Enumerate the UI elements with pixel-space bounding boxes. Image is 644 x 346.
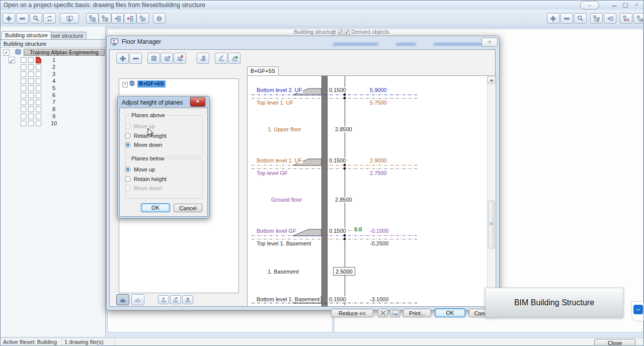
slab-thickness[interactable]: 0.1500 <box>328 87 347 93</box>
row-checkbox[interactable] <box>21 121 26 126</box>
level-elevation[interactable]: 2.9000 <box>369 157 388 163</box>
assign-files-button[interactable] <box>111 13 124 24</box>
assign-derived-button[interactable] <box>604 13 616 24</box>
row-checkbox[interactable] <box>36 100 41 105</box>
drawing-row-5[interactable]: 5 <box>1 85 106 92</box>
drawing-row-6[interactable]: 6 <box>1 92 106 99</box>
plane-delete-button[interactable] <box>182 295 193 304</box>
radio-above-move-down[interactable]: Move down <box>125 142 162 149</box>
tab-building-structure[interactable]: Building structure <box>2 31 51 39</box>
row-checkbox[interactable] <box>36 121 41 126</box>
fm-expand-button[interactable] <box>116 53 129 64</box>
radio-above-retain-height[interactable]: Retain height <box>125 133 167 140</box>
row-checkbox[interactable] <box>28 64 34 70</box>
drawing-row-7[interactable]: 7 <box>1 99 106 106</box>
root-checkbox[interactable]: ✓ <box>3 49 10 56</box>
insert-floor-button[interactable] <box>160 53 173 64</box>
row-checkbox[interactable] <box>21 71 26 77</box>
right-search-button[interactable] <box>574 13 587 24</box>
level-elevation[interactable]: 2.7500 <box>369 170 388 176</box>
copy-structure-button[interactable] <box>136 13 149 24</box>
row-checkbox[interactable] <box>36 71 41 77</box>
row-checkbox[interactable] <box>21 64 26 70</box>
row-checkbox[interactable] <box>21 114 26 119</box>
drawing-row-10[interactable]: 10 <box>1 120 106 127</box>
level-elevation[interactable]: -0.2500 <box>369 240 389 246</box>
row-checkbox[interactable] <box>21 107 26 112</box>
adjust-ok-button[interactable]: OK <box>141 203 170 212</box>
structure-tree-button[interactable] <box>86 13 99 24</box>
level-elevation[interactable]: 5.7500 <box>369 100 388 106</box>
tab-building[interactable]: B+GF+5S <box>247 66 279 75</box>
slab-thickness[interactable]: 0.1500 <box>328 296 347 302</box>
row-checkbox[interactable] <box>28 107 34 112</box>
row-checkbox[interactable] <box>36 78 41 84</box>
row-checkbox[interactable] <box>36 64 41 70</box>
settings-button[interactable] <box>153 13 166 24</box>
zoom-in-button[interactable] <box>3 13 15 24</box>
close-panel-button[interactable]: Close <box>594 339 635 346</box>
close-window-button[interactable]: × <box>632 2 640 8</box>
workstation-button[interactable] <box>60 13 79 24</box>
expander-icon[interactable]: + <box>122 82 128 88</box>
structure-tree2-button[interactable] <box>99 13 111 24</box>
print-button[interactable]: Print... <box>403 309 431 317</box>
row-checkbox[interactable] <box>36 85 41 91</box>
tools-button[interactable] <box>378 309 388 317</box>
row-checkbox[interactable] <box>28 85 34 91</box>
row-checkbox[interactable] <box>36 107 41 112</box>
row-checkbox[interactable] <box>28 114 34 119</box>
adjust-close-button[interactable]: × <box>190 97 205 107</box>
bg-checkbox-2[interactable]: ✓ <box>345 30 350 35</box>
right-zoom-out-button[interactable] <box>560 13 573 24</box>
restore-button[interactable] <box>621 2 629 8</box>
assign-plane-button[interactable] <box>215 53 227 64</box>
preview-image-button[interactable] <box>390 309 400 317</box>
radio-below-retain-height[interactable]: Retain height <box>125 176 167 183</box>
remove-assignment-button[interactable] <box>124 13 136 24</box>
right-zoom-in-button[interactable] <box>547 13 559 24</box>
drawing-row-8[interactable]: 8 <box>1 106 106 113</box>
delete-floor-button[interactable] <box>174 53 186 64</box>
level-elevation[interactable]: 5.9000 <box>369 87 388 93</box>
row-checkbox[interactable] <box>21 57 26 63</box>
row-checkbox[interactable] <box>28 93 34 98</box>
floor-height[interactable]: 2.8500 <box>334 197 353 203</box>
floor-height[interactable]: 2.8500 <box>334 126 353 132</box>
active-document-icon[interactable] <box>35 57 41 63</box>
tree-item-building[interactable]: B+GF+5S <box>137 80 166 88</box>
remote-session-widget[interactable]: ⇔ <box>631 301 644 321</box>
slab-thickness[interactable]: 0.1500 <box>328 228 347 234</box>
ok-button[interactable]: OK <box>435 308 465 317</box>
row-checkbox[interactable] <box>21 100 26 105</box>
floor-settings-button[interactable] <box>197 53 209 64</box>
hide-planes-button[interactable] <box>131 294 144 305</box>
connection-button[interactable]: ⇔ <box>580 1 599 10</box>
row-checkbox[interactable] <box>36 93 41 98</box>
plane-up-button[interactable] <box>158 295 169 304</box>
plane-move-button[interactable] <box>170 295 181 304</box>
level-elevation[interactable]: -0.1000 <box>369 228 389 234</box>
drawing-row-3[interactable]: 3 <box>1 71 106 78</box>
drawing-row-1[interactable]: 1 <box>1 57 106 64</box>
fm-collapse-button[interactable] <box>129 53 142 64</box>
row-checkbox[interactable] <box>21 78 26 84</box>
derived-tree-button[interactable] <box>590 13 603 24</box>
dialog-close-button[interactable]: × <box>481 38 498 47</box>
radio-below-move-up[interactable]: Move up <box>125 166 155 174</box>
delete-derived-button[interactable] <box>620 13 632 24</box>
floor-height-input[interactable]: 2.5000 <box>333 267 355 276</box>
slab-thickness[interactable]: 0.1500 <box>328 157 347 163</box>
diagram-scrollbar[interactable] <box>487 76 495 306</box>
scroll-thumb[interactable] <box>488 201 495 248</box>
refresh-button[interactable] <box>43 13 56 24</box>
row-checkbox[interactable] <box>28 78 34 84</box>
search-button[interactable] <box>30 13 42 24</box>
row-checkbox[interactable] <box>28 100 34 105</box>
minimize-button[interactable] <box>610 2 618 8</box>
new-floor-button[interactable] <box>147 53 160 64</box>
row-checkbox[interactable] <box>36 114 41 119</box>
row-checkbox[interactable] <box>28 71 34 77</box>
row-checkbox[interactable] <box>28 121 34 126</box>
adjust-cancel-button[interactable]: Cancel <box>174 204 202 212</box>
